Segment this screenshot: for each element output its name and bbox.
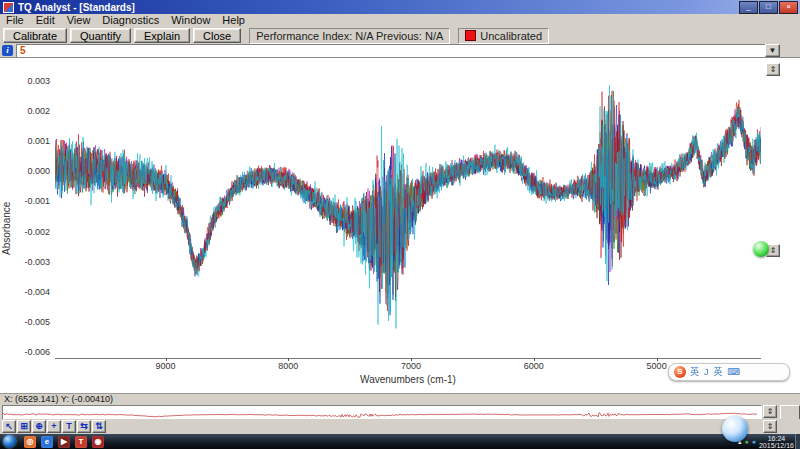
taskbar-clock[interactable]: 16:24 2015/12/16 bbox=[759, 435, 794, 449]
cursor-coordinates: X: (6529.141) Y: (-0.00410) bbox=[4, 394, 113, 404]
taskbar-app-recorder[interactable]: ◉ bbox=[92, 436, 104, 448]
sogou-item-3[interactable]: ⌨ bbox=[728, 365, 741, 379]
info-icon: i bbox=[2, 45, 13, 56]
explain-button[interactable]: Explain bbox=[134, 28, 190, 43]
overview-updown-button[interactable]: ⇕ bbox=[763, 405, 777, 418]
sogou-items: 英J英⌨ bbox=[690, 365, 741, 379]
tools-updown-button[interactable]: ⇕ bbox=[763, 420, 777, 433]
y-tick-label: -0.005 bbox=[10, 317, 50, 327]
tray-network-icon[interactable]: ● bbox=[752, 434, 756, 449]
spectrum-overview-strip[interactable] bbox=[2, 405, 762, 420]
x-tick-label: 7000 bbox=[396, 361, 426, 371]
window-title: TQ Analyst - [Standards] bbox=[18, 2, 135, 13]
plot-area[interactable] bbox=[55, 66, 761, 359]
menu-item-edit[interactable]: Edit bbox=[30, 14, 61, 27]
y-tick-label: 0.000 bbox=[10, 166, 50, 176]
floating-globe-icon[interactable] bbox=[722, 416, 748, 442]
show-desktop-button[interactable] bbox=[795, 434, 800, 449]
performance-index-label: Performance Index: N/A Previous: N/A bbox=[256, 30, 443, 42]
y-tick-label: -0.006 bbox=[10, 347, 50, 357]
start-button[interactable] bbox=[3, 435, 16, 448]
x-tick-label: 8000 bbox=[273, 361, 303, 371]
y-tick-label: -0.004 bbox=[10, 287, 50, 297]
toolbar: CalibrateQuantifyExplainClose Performanc… bbox=[0, 27, 800, 44]
x-tick-label: 6000 bbox=[519, 361, 549, 371]
maximize-button[interactable]: □ bbox=[759, 1, 778, 14]
toolbar-buttons: CalibrateQuantifyExplainClose bbox=[3, 28, 241, 43]
y-tick-label: -0.003 bbox=[10, 257, 50, 267]
taskbar-app-browser-360[interactable]: ◎ bbox=[24, 436, 36, 448]
sogou-logo-icon[interactable]: S bbox=[674, 366, 686, 378]
region-select-tool-button[interactable]: ⊞ bbox=[17, 420, 31, 433]
menu-item-window[interactable]: Window bbox=[165, 14, 216, 27]
chart-scale-updown-button-top[interactable]: ⇕ bbox=[766, 63, 780, 76]
y-tick-label: 0.002 bbox=[10, 106, 50, 116]
spectra-chart-panel: Absorbance 0.0030.0020.0010.000-0.001-0.… bbox=[0, 57, 800, 394]
y-tick-label: 0.003 bbox=[10, 76, 50, 86]
y-axis-ticks: 0.0030.0020.0010.000-0.001-0.002-0.003-0… bbox=[10, 58, 50, 394]
calibrate-button[interactable]: Calibrate bbox=[3, 28, 67, 43]
vscroll-tool-button[interactable]: ⇅ bbox=[92, 420, 106, 433]
system-tray: ▴●● 16:24 2015/12/16 bbox=[738, 434, 794, 449]
close-button[interactable]: Close bbox=[193, 28, 241, 43]
minimize-button[interactable]: _ bbox=[739, 1, 758, 14]
status-color-swatch bbox=[465, 30, 476, 41]
calibration-status-label: Uncalibrated bbox=[480, 30, 542, 42]
tools-row: ↖⊞⊕+T⇆⇅ bbox=[0, 419, 800, 434]
x-axis-label: Wavenumbers (cm-1) bbox=[55, 374, 761, 385]
close-button[interactable]: × bbox=[779, 1, 798, 14]
standards-selector-row: i 5 ▼ bbox=[0, 44, 800, 57]
text-tool-button[interactable]: T bbox=[62, 420, 76, 433]
menu-item-file[interactable]: File bbox=[0, 14, 30, 27]
taskbar-app-tq-analyst[interactable]: T bbox=[75, 436, 87, 448]
selector-dropdown-button[interactable]: ▼ bbox=[765, 44, 780, 57]
overview-scroll-grip[interactable] bbox=[780, 405, 800, 420]
calibration-status-panel: Uncalibrated bbox=[458, 28, 549, 44]
menu-bar: FileEditViewDiagnosticsWindowHelp bbox=[0, 14, 800, 28]
title-bar[interactable]: TQ Analyst - [Standards] bbox=[0, 0, 800, 14]
x-tick-label: 9000 bbox=[151, 361, 181, 371]
tool-buttons: ↖⊞⊕+T⇆⇅ bbox=[2, 420, 106, 433]
menu-item-view[interactable]: View bbox=[61, 14, 97, 27]
zoom-tool-button[interactable]: ⊕ bbox=[32, 420, 46, 433]
sogou-input-bar[interactable]: S 英J英⌨ bbox=[668, 363, 790, 381]
sogou-item-0[interactable]: 英 bbox=[690, 365, 699, 379]
taskbar: ◎e▶T◉ ▴●● 16:24 2015/12/16 bbox=[0, 434, 800, 449]
menu-item-help[interactable]: Help bbox=[216, 14, 251, 27]
performance-index-panel: Performance Index: N/A Previous: N/A bbox=[249, 28, 450, 44]
crosshair-tool-button[interactable]: + bbox=[47, 420, 61, 433]
sogou-item-2[interactable]: 英 bbox=[714, 365, 723, 379]
y-tick-label: -0.002 bbox=[10, 227, 50, 237]
hscroll-tool-button[interactable]: ⇆ bbox=[77, 420, 91, 433]
tray-time: 16:24 bbox=[759, 435, 794, 442]
menu-item-diagnostics[interactable]: Diagnostics bbox=[96, 14, 165, 27]
y-tick-label: 0.001 bbox=[10, 136, 50, 146]
floating-green-ball-icon[interactable] bbox=[753, 241, 769, 257]
spectra-canvas[interactable] bbox=[55, 66, 761, 358]
app-icon bbox=[3, 2, 14, 13]
taskbar-app-media-player[interactable]: ▶ bbox=[58, 436, 70, 448]
pointer-tool-button[interactable]: ↖ bbox=[2, 420, 16, 433]
quantify-button[interactable]: Quantify bbox=[70, 28, 131, 43]
status-bar: X: (6529.141) Y: (-0.00410) bbox=[0, 393, 800, 405]
tray-date: 2015/12/16 bbox=[759, 442, 794, 449]
taskbar-apps: ◎e▶T◉ bbox=[24, 436, 104, 448]
taskbar-app-ie-browser[interactable]: e bbox=[41, 436, 53, 448]
y-tick-label: -0.001 bbox=[10, 196, 50, 206]
sogou-item-1[interactable]: J bbox=[704, 365, 709, 379]
screen: { "titlebar": {"title": "TQ Analyst - [S… bbox=[0, 0, 800, 449]
